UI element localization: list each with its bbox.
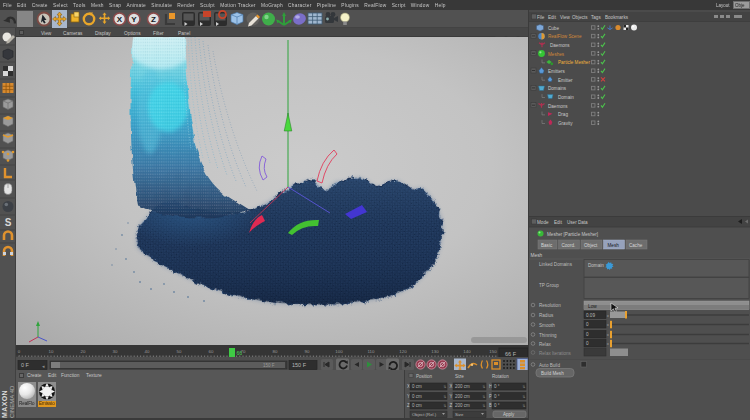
svg-text:10: 10 (49, 349, 54, 354)
svg-text:100: 100 (335, 349, 343, 354)
svg-text:⇅: ⇅ (523, 404, 526, 408)
svg-text:Edit: Edit (48, 373, 57, 378)
svg-text:B: B (489, 403, 492, 408)
svg-text:File: File (537, 15, 545, 20)
svg-text:80: 80 (273, 349, 278, 354)
svg-text:◂: ◂ (607, 341, 609, 346)
svg-text:TP Group: TP Group (539, 283, 559, 288)
svg-text:Mesher [Particle Mesher]: Mesher [Particle Mesher] (547, 232, 598, 237)
svg-text:0 cm: 0 cm (412, 394, 422, 399)
svg-text:Gravity: Gravity (558, 121, 573, 126)
svg-text:Mesh: Mesh (608, 243, 620, 248)
svg-text:Relax: Relax (539, 342, 551, 347)
svg-text:150 F: 150 F (292, 362, 307, 368)
svg-text:Object (Rel.): Object (Rel.) (412, 412, 437, 417)
svg-text:⇅: ⇅ (444, 404, 447, 408)
svg-text:◂: ◂ (607, 313, 609, 318)
svg-text:Y: Y (407, 394, 410, 399)
svg-text:⇅: ⇅ (483, 395, 486, 399)
svg-text:Texture: Texture (86, 373, 102, 378)
svg-text:X: X (117, 15, 123, 24)
svg-text:Daemons: Daemons (548, 104, 568, 109)
svg-text:Z: Z (151, 15, 156, 24)
svg-text:60: 60 (209, 349, 214, 354)
svg-text:50: 50 (177, 349, 182, 354)
svg-text:Object: Object (584, 243, 598, 248)
svg-text:X: X (407, 384, 410, 389)
svg-text:Y: Y (131, 15, 137, 24)
svg-text:Position: Position (416, 374, 433, 379)
svg-text:Edit: Edit (554, 220, 563, 225)
svg-text:0 °: 0 ° (494, 394, 500, 399)
svg-text:0 cm: 0 cm (412, 403, 422, 408)
svg-text:Cube: Cube (548, 26, 559, 31)
svg-text:Smooth: Smooth (539, 323, 555, 328)
svg-text:View: View (560, 15, 571, 20)
svg-text:Rotation: Rotation (492, 374, 509, 379)
svg-text:Drag: Drag (558, 112, 568, 117)
svg-text:Relax Iterations: Relax Iterations (539, 351, 572, 356)
svg-text:Linked Domains: Linked Domains (539, 262, 573, 267)
svg-text:◂: ◂ (607, 332, 609, 337)
svg-text:P: P (489, 394, 492, 399)
svg-text:Bookmarks: Bookmarks (605, 15, 629, 20)
svg-text:Domain: Domain (558, 95, 574, 100)
svg-text:Display: Display (95, 31, 111, 36)
svg-text:Domain: Domain (588, 263, 604, 268)
svg-text:MAXON: MAXON (1, 390, 8, 418)
svg-text:Particle Mesher: Particle Mesher (558, 60, 590, 65)
svg-text:Cameras: Cameras (63, 31, 83, 36)
svg-text:Tags: Tags (591, 15, 601, 20)
svg-text:Build Mesh: Build Mesh (541, 371, 564, 376)
svg-text:0 °: 0 ° (494, 384, 500, 389)
svg-text:0: 0 (18, 349, 21, 354)
svg-text:Y: Y (450, 394, 453, 399)
svg-text:200 cm: 200 cm (455, 394, 470, 399)
svg-text:Auto Build: Auto Build (539, 363, 560, 368)
svg-text:Mode: Mode (537, 220, 549, 225)
svg-text:30: 30 (113, 349, 118, 354)
svg-text:Domains: Domains (548, 86, 567, 91)
svg-text:0: 0 (586, 332, 589, 337)
svg-text:Function: Function (61, 373, 80, 378)
svg-text:Resolution: Resolution (539, 303, 561, 308)
svg-text:120: 120 (399, 349, 407, 354)
svg-text:View: View (41, 31, 52, 36)
svg-text:90: 90 (305, 349, 310, 354)
svg-text:⇅: ⇅ (444, 395, 447, 399)
svg-text:Panel: Panel (178, 31, 190, 36)
svg-text:Radius: Radius (539, 313, 554, 318)
svg-text:150 F: 150 F (263, 363, 275, 368)
svg-text:40: 40 (145, 349, 150, 354)
svg-text:Edit: Edit (548, 15, 557, 20)
svg-text:Z: Z (407, 403, 410, 408)
svg-text:User Data: User Data (567, 220, 588, 225)
svg-text:Options: Options (124, 31, 141, 36)
svg-text:Mesh: Mesh (531, 253, 543, 258)
svg-text:Objects: Objects (572, 15, 588, 20)
svg-text:Emitter: Emitter (558, 78, 573, 83)
svg-text:Meshes: Meshes (548, 52, 565, 57)
svg-text:130: 130 (431, 349, 439, 354)
svg-text:⇅: ⇅ (483, 404, 486, 408)
svg-text:X: X (450, 384, 453, 389)
svg-text:0 cm: 0 cm (412, 384, 422, 389)
svg-text:20: 20 (81, 349, 86, 354)
svg-text:Size: Size (455, 412, 464, 417)
svg-text:110: 110 (368, 349, 376, 354)
svg-text:Cache: Cache (629, 243, 643, 248)
svg-text:⇅: ⇅ (483, 385, 486, 389)
svg-text:Thinning: Thinning (539, 333, 557, 338)
svg-text:0 °: 0 ° (494, 403, 500, 408)
svg-text:⇅: ⇅ (523, 395, 526, 399)
svg-text:Basic: Basic (541, 243, 553, 248)
svg-text:Daemons: Daemons (550, 43, 570, 48)
svg-text:66: 66 (237, 350, 243, 356)
svg-text:0 F: 0 F (21, 362, 30, 368)
svg-text:0: 0 (586, 322, 589, 327)
svg-text:◂: ◂ (607, 322, 609, 327)
svg-text:Apply: Apply (503, 412, 515, 417)
svg-text:200 cm: 200 cm (455, 403, 470, 408)
svg-text:140: 140 (463, 349, 471, 354)
svg-text:0: 0 (586, 341, 589, 346)
